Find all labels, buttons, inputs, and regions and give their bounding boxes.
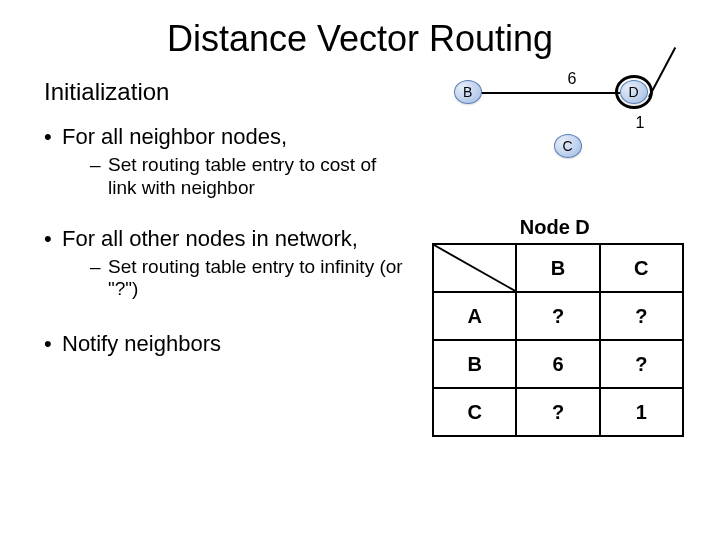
col-header-c: C: [600, 244, 683, 292]
bullet-list: For all neighbor nodes, Set routing tabl…: [44, 124, 410, 357]
bullet-neighbor-sub: Set routing table entry to cost of link …: [90, 154, 410, 200]
svg-line-0: [434, 245, 515, 291]
col-header-b: B: [516, 244, 599, 292]
cell-a-c: ?: [600, 292, 683, 340]
cell-c-c: 1: [600, 388, 683, 436]
node-b-label: B: [463, 84, 472, 100]
cell-b-c: ?: [600, 340, 683, 388]
row-header-b: B: [433, 340, 516, 388]
diagonal-slash-icon: [434, 245, 515, 291]
node-c: C: [554, 134, 582, 158]
edge-bd-label: 6: [568, 70, 577, 88]
cell-a-b: ?: [516, 292, 599, 340]
bullet-other-sub: Set routing table entry to infinity (or …: [90, 256, 410, 302]
row-header-c: C: [433, 388, 516, 436]
bullet-notify-text: Notify neighbors: [62, 331, 221, 356]
page-title: Distance Vector Routing: [0, 0, 720, 72]
table-corner: [433, 244, 516, 292]
edge-dc-label: 1: [636, 114, 645, 132]
node-d-label: D: [629, 84, 639, 100]
graph-diagram: B D C 6 1: [418, 72, 692, 212]
node-d: D: [620, 80, 648, 104]
bullet-notify: Notify neighbors: [44, 331, 410, 357]
bullet-other-text: For all other nodes in network,: [62, 226, 358, 251]
bullet-neighbor-text: For all neighbor nodes,: [62, 124, 287, 149]
cell-c-b: ?: [516, 388, 599, 436]
left-column: Initialization For all neighbor nodes, S…: [0, 72, 418, 437]
right-column: B D C 6 1 Node D B C: [418, 72, 720, 437]
subtitle: Initialization: [44, 78, 410, 106]
bullet-neighbor: For all neighbor nodes, Set routing tabl…: [44, 124, 410, 200]
edge-bd: [480, 92, 620, 94]
node-b: B: [454, 80, 482, 104]
row-header-a: A: [433, 292, 516, 340]
routing-table: B C A ? ? B 6 ? C ? 1: [432, 243, 684, 437]
cell-b-b: 6: [516, 340, 599, 388]
content-row: Initialization For all neighbor nodes, S…: [0, 72, 720, 437]
node-c-label: C: [563, 138, 573, 154]
table-title: Node D: [418, 216, 692, 239]
bullet-other: For all other nodes in network, Set rout…: [44, 226, 410, 302]
